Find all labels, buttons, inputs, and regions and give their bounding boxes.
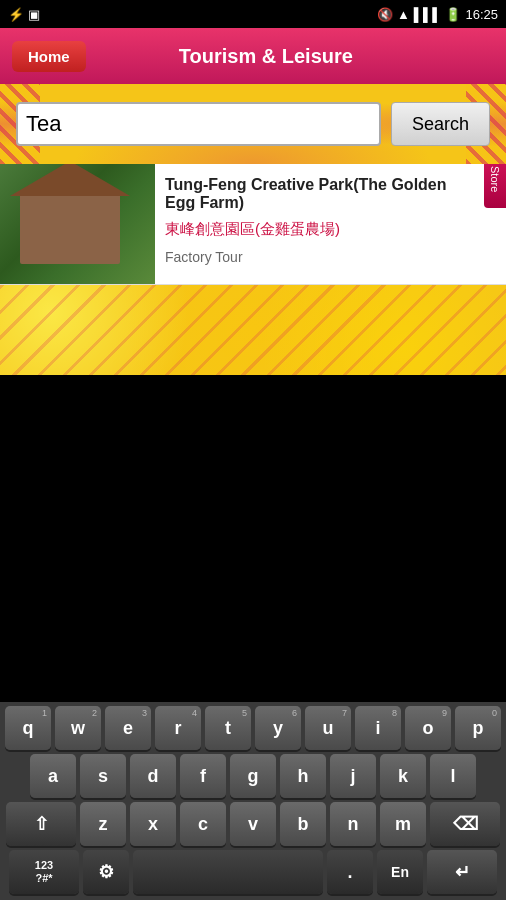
key-d[interactable]: d (130, 754, 176, 798)
key-x[interactable]: x (130, 802, 176, 846)
page-title: Tourism & Leisure (98, 45, 434, 68)
settings-key[interactable]: ⚙ (83, 850, 129, 894)
key-v[interactable]: v (230, 802, 276, 846)
key-h[interactable]: h (280, 754, 326, 798)
battery-icon: 🔋 (445, 7, 461, 22)
status-left-icons: ⚡ ▣ (8, 7, 40, 22)
key-b[interactable]: b (280, 802, 326, 846)
key-o[interactable]: 9o (405, 706, 451, 750)
sym-key[interactable]: 123?#* (9, 850, 79, 894)
decorative-area (0, 285, 506, 375)
result-type: Factory Tour (165, 249, 494, 265)
space-key[interactable] (133, 850, 323, 894)
key-f[interactable]: f (180, 754, 226, 798)
key-k[interactable]: k (380, 754, 426, 798)
key-y[interactable]: 6y (255, 706, 301, 750)
key-j[interactable]: j (330, 754, 376, 798)
lang-key[interactable]: En (377, 850, 423, 894)
result-item[interactable]: Store Tung-Feng Creative Park(The Golden… (0, 164, 506, 285)
key-s[interactable]: s (80, 754, 126, 798)
search-input[interactable] (16, 102, 381, 146)
key-r[interactable]: 4r (155, 706, 201, 750)
enter-key[interactable]: ↵ (427, 850, 497, 894)
sim-icon: ▣ (28, 7, 40, 22)
key-l[interactable]: l (430, 754, 476, 798)
status-bar: ⚡ ▣ 🔇 ▲ ▌▌▌ 🔋 16:25 (0, 0, 506, 28)
key-u[interactable]: 7u (305, 706, 351, 750)
search-button[interactable]: Search (391, 102, 490, 146)
keyboard-row-3: ⇧ z x c v b n m ⌫ (2, 802, 504, 846)
result-content: Store Tung-Feng Creative Park(The Golden… (155, 164, 506, 284)
result-name-chinese: 東峰創意園區(金雞蛋農場) (165, 220, 494, 239)
mute-icon: 🔇 (377, 7, 393, 22)
key-a[interactable]: a (30, 754, 76, 798)
status-right-icons: 🔇 ▲ ▌▌▌ 🔋 16:25 (377, 7, 498, 22)
period-key[interactable]: . (327, 850, 373, 894)
signal-icon: ▌▌▌ (414, 7, 442, 22)
time-display: 16:25 (465, 7, 498, 22)
keyboard: 1q 2w 3e 4r 5t 6y 7u 8i 9o 0p a s d f g … (0, 702, 506, 900)
key-q[interactable]: 1q (5, 706, 51, 750)
store-tab: Store (484, 164, 506, 208)
keyboard-row-2: a s d f g h j k l (2, 754, 504, 798)
wifi-icon: ▲ (397, 7, 410, 22)
key-n[interactable]: n (330, 802, 376, 846)
result-name-english: Tung-Feng Creative Park(The Golden Egg F… (165, 176, 494, 212)
shift-key[interactable]: ⇧ (6, 802, 76, 846)
key-i[interactable]: 8i (355, 706, 401, 750)
deco-floral-pattern (0, 285, 506, 375)
backspace-key[interactable]: ⌫ (430, 802, 500, 846)
key-m[interactable]: m (380, 802, 426, 846)
usb-icon: ⚡ (8, 7, 24, 22)
key-z[interactable]: z (80, 802, 126, 846)
keyboard-row-1: 1q 2w 3e 4r 5t 6y 7u 8i 9o 0p (2, 706, 504, 750)
key-t[interactable]: 5t (205, 706, 251, 750)
keyboard-row-4: 123?#* ⚙ . En ↵ (2, 850, 504, 894)
app-header: Home Tourism & Leisure (0, 28, 506, 84)
key-p[interactable]: 0p (455, 706, 501, 750)
key-e[interactable]: 3e (105, 706, 151, 750)
key-c[interactable]: c (180, 802, 226, 846)
key-g[interactable]: g (230, 754, 276, 798)
key-w[interactable]: 2w (55, 706, 101, 750)
home-button[interactable]: Home (12, 41, 86, 72)
result-image (0, 164, 155, 284)
search-area: Search (0, 84, 506, 164)
